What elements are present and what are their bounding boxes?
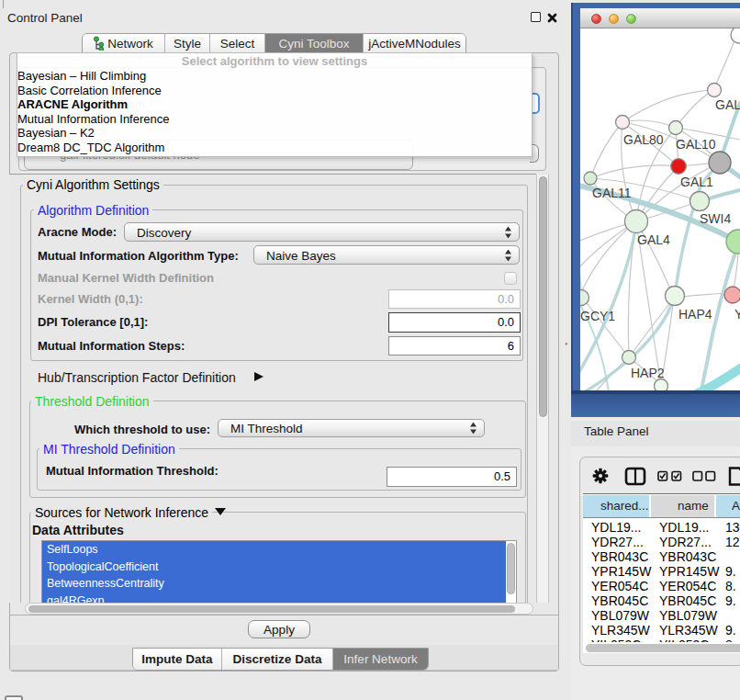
- svg-text:GAL10: GAL10: [676, 137, 716, 152]
- svg-text:GAL2: GAL2: [715, 97, 740, 112]
- svg-text:SWI4: SWI4: [700, 211, 731, 226]
- svg-text:GAL4: GAL4: [637, 232, 670, 247]
- svg-text:GCY1: GCY1: [580, 309, 615, 323]
- svg-text:GAL80: GAL80: [623, 132, 664, 147]
- svg-text:Y: Y: [734, 307, 740, 322]
- svg-text:HAP2: HAP2: [631, 366, 665, 380]
- svg-text:HAP4: HAP4: [678, 307, 712, 322]
- svg-text:GAL11: GAL11: [592, 186, 632, 200]
- svg-text:GAL1: GAL1: [680, 175, 713, 189]
